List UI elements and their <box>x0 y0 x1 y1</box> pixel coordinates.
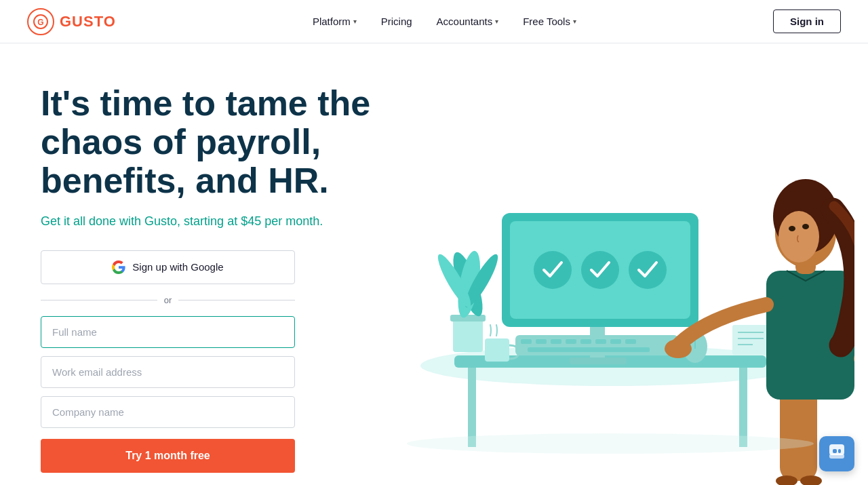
svg-rect-7 <box>570 357 627 364</box>
divider-line-left <box>41 300 157 300</box>
chat-icon <box>828 443 846 465</box>
email-input[interactable] <box>41 356 295 388</box>
cta-button[interactable]: Try 1 month free <box>41 439 295 473</box>
google-btn-label: Sign up with Google <box>132 261 223 273</box>
svg-rect-51 <box>829 454 844 459</box>
svg-rect-27 <box>450 315 486 322</box>
svg-rect-48 <box>829 444 844 455</box>
google-signup-button[interactable]: Sign up with Google <box>41 250 295 284</box>
chevron-down-icon: ▾ <box>353 18 357 25</box>
svg-point-10 <box>534 251 572 289</box>
nav-platform[interactable]: Platform ▾ <box>303 10 366 33</box>
svg-rect-4 <box>739 366 747 447</box>
chevron-down-icon: ▾ <box>573 18 576 25</box>
nav-links: Platform ▾ Pricing Accountants ▾ Free To… <box>303 10 586 33</box>
svg-point-12 <box>629 251 667 289</box>
company-input[interactable] <box>41 396 295 428</box>
svg-rect-14 <box>521 339 532 344</box>
logo-text: GUSTO <box>60 13 116 31</box>
svg-rect-18 <box>580 339 591 344</box>
page-subline: Get it all done with Gusto, starting at … <box>41 214 380 229</box>
nav-free-tools[interactable]: Free Tools ▾ <box>513 10 586 33</box>
full-name-input[interactable] <box>41 316 295 348</box>
svg-text:G: G <box>37 17 43 26</box>
svg-rect-25 <box>485 338 509 362</box>
svg-rect-13 <box>515 335 678 355</box>
svg-point-47 <box>407 433 814 454</box>
svg-rect-3 <box>468 366 476 447</box>
svg-point-45 <box>789 226 795 231</box>
google-icon <box>112 260 125 274</box>
svg-point-46 <box>802 224 809 229</box>
page-headline: It's time to tame the chaos of payroll, … <box>41 84 380 201</box>
svg-rect-15 <box>536 339 547 344</box>
chevron-down-icon: ▾ <box>495 18 498 25</box>
svg-point-11 <box>581 251 619 289</box>
svg-rect-21 <box>625 339 636 344</box>
chat-widget[interactable] <box>819 436 854 471</box>
left-column: It's time to tame the chaos of payroll, … <box>41 84 380 473</box>
svg-rect-20 <box>610 339 621 344</box>
divider-text: or <box>164 295 172 305</box>
svg-rect-16 <box>551 339 561 344</box>
main-content: It's time to tame the chaos of payroll, … <box>0 43 868 485</box>
logo-icon: G <box>27 8 54 35</box>
svg-rect-49 <box>833 449 837 453</box>
navbar: G GUSTO Platform ▾ Pricing Accountants ▾… <box>0 0 868 43</box>
svg-rect-36 <box>780 386 817 481</box>
form-divider: or <box>41 295 295 305</box>
svg-rect-17 <box>566 339 576 344</box>
svg-rect-50 <box>838 449 841 453</box>
illustration-area <box>380 84 827 485</box>
sign-in-button[interactable]: Sign in <box>773 9 841 33</box>
signup-form: Sign up with Google or Try 1 month free <box>41 250 295 473</box>
svg-point-40 <box>665 339 692 358</box>
logo[interactable]: G GUSTO <box>27 8 116 35</box>
svg-rect-19 <box>595 339 606 344</box>
divider-line-right <box>178 300 295 300</box>
nav-right: Sign in <box>773 9 841 33</box>
nav-accountants[interactable]: Accountants ▾ <box>427 10 509 33</box>
svg-rect-32 <box>732 325 770 355</box>
hero-illustration <box>380 71 854 485</box>
svg-rect-22 <box>528 347 650 352</box>
nav-pricing[interactable]: Pricing <box>372 10 422 33</box>
svg-point-44 <box>778 211 819 263</box>
